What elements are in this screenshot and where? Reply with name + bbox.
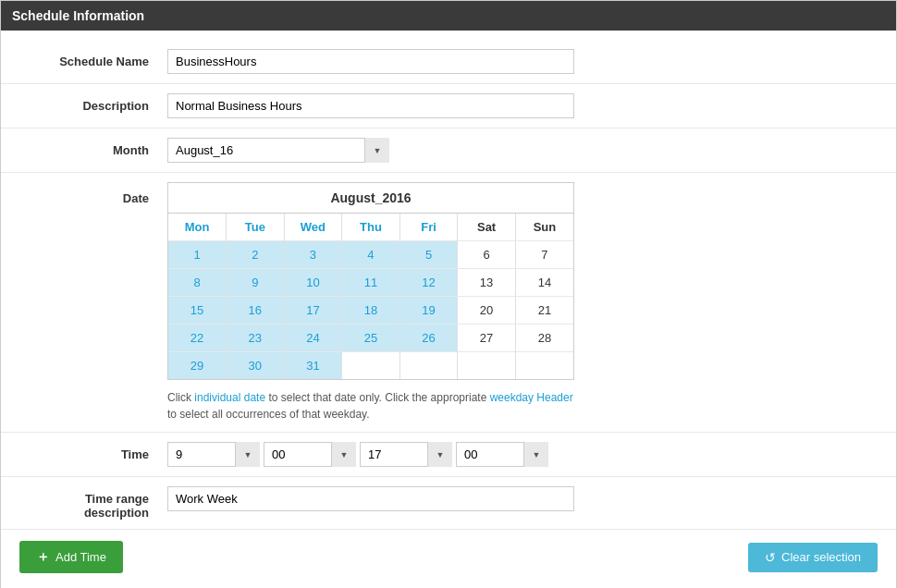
date-label: Date	[19, 182, 167, 205]
calendar-day[interactable]: 27	[458, 325, 516, 352]
description-input[interactable]	[167, 93, 574, 118]
calendar-week-row: 1234567	[168, 241, 573, 269]
weekday-sat[interactable]: Sat	[458, 214, 516, 241]
calendar-day[interactable]: 28	[515, 325, 573, 352]
calendar-day[interactable]: 18	[342, 297, 400, 325]
calendar-day[interactable]: 23	[227, 325, 285, 352]
calendar-day	[399, 352, 458, 380]
calendar-day	[515, 352, 573, 380]
hint-weekday-link: weekday Header	[490, 391, 573, 404]
calendar-week-row: 15161718192021	[168, 297, 573, 325]
panel-body: Schedule Name Description Month August_1…	[1, 31, 896, 588]
weekday-thu[interactable]: Thu	[342, 214, 400, 241]
calendar-day[interactable]: 8	[168, 269, 227, 297]
weekday-sun[interactable]: Sun	[515, 214, 573, 241]
time-min-end-container: 00153045	[456, 442, 548, 467]
calendar-day[interactable]: 16	[227, 297, 285, 325]
schedule-name-row: Schedule Name	[1, 40, 896, 84]
time-hour-end-select[interactable]: 12345678910111213141516171819202122230	[360, 442, 452, 467]
description-label: Description	[19, 93, 167, 113]
calendar-header-row: Mon Tue Wed Thu Fri Sat Sun	[168, 214, 573, 241]
time-hour-start-select[interactable]: 12345678910111213141516171819202122230	[167, 442, 260, 467]
calendar-hint: Click individual date to select that dat…	[167, 389, 574, 423]
weekday-mon[interactable]: Mon	[168, 214, 227, 241]
calendar-day[interactable]: 30	[227, 352, 285, 380]
calendar-day[interactable]: 17	[284, 297, 342, 325]
calendar-week-row: 293031	[168, 352, 573, 380]
calendar-day[interactable]: 14	[515, 269, 573, 297]
calendar-grid: Mon Tue Wed Thu Fri Sat Sun 123456789101…	[168, 214, 573, 379]
calendar-day[interactable]: 13	[458, 269, 516, 297]
calendar-week-row: 22232425262728	[168, 325, 573, 352]
calendar-day[interactable]: 29	[168, 352, 227, 380]
calendar-day	[458, 352, 516, 380]
time-hour-end-container: 12345678910111213141516171819202122230	[360, 442, 452, 467]
date-section: August_2016 Mon Tue Wed Thu Fri Sat Sun	[167, 182, 574, 423]
time-min-start-select[interactable]: 00153045	[264, 442, 356, 467]
clear-selection-label: Clear selection	[781, 550, 861, 564]
calendar-day[interactable]: 21	[515, 297, 573, 325]
calendar-day[interactable]: 12	[399, 269, 458, 297]
calendar-day	[342, 352, 400, 380]
plus-icon: ＋	[36, 548, 50, 566]
calendar-day[interactable]: 22	[168, 325, 227, 352]
time-label: Time	[19, 442, 167, 461]
calendar-day[interactable]: 24	[284, 325, 342, 352]
add-time-label: Add Time	[55, 550, 106, 564]
weekday-tue[interactable]: Tue	[227, 214, 285, 241]
month-select[interactable]: August_16 September_16 October_16	[167, 138, 389, 163]
calendar-day[interactable]: 3	[284, 241, 342, 269]
calendar-week-row: 891011121314	[168, 269, 573, 297]
date-row: Date August_2016 Mon Tue Wed Thu Fri Sa	[1, 173, 896, 433]
month-label: Month	[19, 138, 167, 157]
refresh-icon: ↺	[765, 550, 776, 565]
calendar-day[interactable]: 5	[399, 241, 458, 269]
description-row: Description	[1, 84, 896, 129]
calendar-day[interactable]: 2	[227, 241, 285, 269]
calendar-day[interactable]: 20	[458, 297, 516, 325]
calendar-day[interactable]: 15	[168, 297, 227, 325]
clear-selection-button[interactable]: ↺ Clear selection	[748, 543, 878, 572]
time-range-label: Time range description	[19, 486, 167, 520]
time-inputs: 12345678910111213141516171819202122230 0…	[167, 442, 548, 467]
calendar-day[interactable]: 31	[284, 352, 342, 380]
bottom-row: ＋ Add Time ↺ Clear selection	[1, 530, 896, 584]
time-row: Time 12345678910111213141516171819202122…	[1, 433, 896, 477]
schedule-name-label: Schedule Name	[19, 49, 167, 68]
hint-individual-link: individual date	[194, 391, 265, 404]
time-min-end-select[interactable]: 00153045	[456, 442, 548, 467]
calendar-day[interactable]: 25	[342, 325, 400, 352]
time-range-input[interactable]	[167, 486, 574, 511]
calendar-day[interactable]: 19	[399, 297, 458, 325]
calendar-day[interactable]: 9	[227, 269, 285, 297]
month-row: Month August_16 September_16 October_16	[1, 129, 896, 173]
calendar-day[interactable]: 7	[515, 241, 573, 269]
calendar-day[interactable]: 6	[458, 241, 516, 269]
weekday-fri[interactable]: Fri	[399, 214, 458, 241]
panel-header: Schedule Information	[1, 1, 896, 31]
time-min-start-container: 00153045	[264, 442, 356, 467]
calendar-day[interactable]: 10	[284, 269, 342, 297]
calendar-day[interactable]: 11	[342, 269, 400, 297]
time-range-row: Time range description	[1, 477, 896, 530]
time-hour-start-container: 12345678910111213141516171819202122230	[167, 442, 260, 467]
schedule-name-input[interactable]	[167, 49, 574, 74]
calendar: August_2016 Mon Tue Wed Thu Fri Sat Sun	[167, 182, 574, 380]
calendar-day[interactable]: 4	[342, 241, 400, 269]
panel-title: Schedule Information	[12, 8, 144, 23]
schedule-panel: Schedule Information Schedule Name Descr…	[0, 0, 897, 588]
weekday-wed[interactable]: Wed	[284, 214, 342, 241]
month-select-container: August_16 September_16 October_16	[167, 138, 389, 163]
calendar-day[interactable]: 26	[399, 325, 458, 352]
add-time-button[interactable]: ＋ Add Time	[19, 541, 123, 573]
calendar-day[interactable]: 1	[168, 241, 227, 269]
calendar-title: August_2016	[168, 183, 573, 214]
